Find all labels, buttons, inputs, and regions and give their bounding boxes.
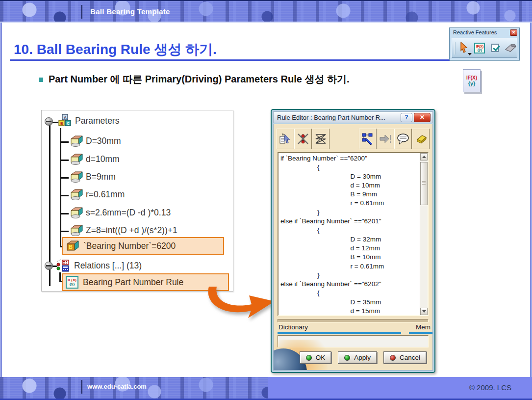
knowledge-inspector-icon[interactable] (504, 41, 517, 55)
bearing-number-icon: B (66, 240, 79, 253)
eraser-icon (414, 133, 427, 145)
title-underline (10, 59, 520, 61)
check-icon[interactable] (489, 41, 501, 55)
speech-bubble-icon (397, 133, 409, 145)
dictionary-underline (278, 332, 401, 334)
parameter-icon (69, 224, 84, 237)
tree-node-bearing-rule[interactable]: IF(X) {y} Bearing Part Number Rule (62, 273, 229, 291)
tree-node-parameter[interactable]: Z=8=int((D +d )/(s*2))+1 (69, 224, 177, 237)
footer-copyright: © 2009. LCS (469, 383, 511, 392)
cancel-ball-icon (390, 355, 396, 361)
parameter-icon (69, 153, 84, 166)
tree-node-parameter[interactable]: D=30mm (69, 134, 121, 148)
erase-icon (297, 133, 309, 145)
tree-node-label: `Bearing Number`=6200 (83, 241, 176, 251)
footer: www.edu-catia.com © 2009. LCS (0, 377, 532, 400)
tree-node-parameter[interactable]: s=2.6mm=(D -d )*0.13 (69, 206, 171, 219)
svg-text:C: C (67, 121, 70, 126)
tree-node-label: Relations [...] (13) (74, 261, 142, 271)
slide-right-edge (530, 23, 532, 377)
dialog-title: Rule Editor : Bearing Part Number R... (277, 114, 401, 121)
members-header: Mem (416, 323, 431, 331)
rule-editor-toolbar (277, 128, 430, 150)
dialog-titlebar[interactable]: Rule Editor : Bearing Part Number R... ?… (273, 111, 433, 123)
footer-site-url: www.edu-catia.com (87, 383, 147, 390)
splitter-handle[interactable] (278, 319, 429, 322)
slide-left-edge (0, 23, 2, 377)
tree-node-parameter[interactable]: r=0.61mm (69, 188, 125, 201)
ok-button[interactable]: OK (300, 351, 332, 364)
svg-text:B: B (60, 121, 63, 126)
rule-code-text[interactable]: if `Bearing Number` =="6200" { D = 30mm … (279, 153, 420, 315)
tree-node-parameter[interactable]: B=9mm (69, 170, 116, 184)
tree-node-label: r=0.61mm (86, 189, 125, 200)
page-title: 10. Ball Bearing Rule 생성 하기. (14, 40, 217, 59)
tree-node-label: Bearing Part Number Rule (83, 277, 183, 288)
parameter-icon (69, 134, 84, 148)
tree-node-label: D=30mm (86, 136, 121, 146)
reactive-features-close-button[interactable]: ✕ (510, 29, 517, 36)
ok-ball-icon (306, 355, 312, 361)
code-scrollbar[interactable] (420, 153, 428, 315)
footer-divider (81, 380, 82, 394)
parameter-icon (69, 206, 84, 219)
header-title: Ball Bearing Template (90, 7, 170, 16)
iterate-icon (314, 133, 327, 145)
help-button[interactable]: ? (401, 113, 412, 122)
bullet-text: Part Number 에 따른 Primary(Driving) Parame… (49, 73, 350, 86)
arrow-exclamation-icon (379, 133, 392, 145)
tree-node-relations[interactable]: Relations [...] (13) (56, 259, 142, 272)
select-cursor-icon[interactable] (458, 41, 471, 55)
iterate-button[interactable] (312, 129, 329, 149)
rule-icon: IF(X) {y} (66, 276, 78, 289)
insert-code-button[interactable] (277, 129, 294, 149)
tree-node-parameter[interactable]: d=10mm (69, 153, 120, 166)
rule-code-editor[interactable]: if `Bearing Number` =="6200" { D = 30mm … (278, 152, 429, 316)
erase-button[interactable] (294, 129, 312, 149)
slide: Ball Bearing Template 10. Ball Bearing R… (0, 0, 532, 400)
cancel-button[interactable]: Cancel (383, 351, 427, 364)
tree-node-parameters[interactable]: A B C Parameters (57, 113, 119, 128)
bullet-icon (39, 78, 43, 82)
dialog-buttons: OK Apply Cancel (300, 351, 427, 364)
tree-node-handle[interactable] (45, 262, 53, 270)
scroll-up-button[interactable] (420, 153, 428, 160)
tree-node-handle[interactable] (45, 117, 53, 126)
close-button[interactable]: ✕ (414, 113, 431, 122)
tree-node-label: Z=8=int((D +d )/(s*2))+1 (86, 225, 177, 236)
wizard-button[interactable] (359, 129, 377, 149)
reactive-features-toolbar: Reactive Features ✕ IF(X) {y} (449, 27, 520, 60)
toolbar-grip[interactable] (455, 42, 456, 54)
footer-pattern: www.edu-catia.com (0, 377, 268, 399)
scroll-down-button[interactable] (420, 308, 428, 315)
tree-node-label: s=2.6mm=(D -d )*0.13 (86, 208, 171, 218)
scrollbar-thumb[interactable] (420, 162, 428, 205)
reactive-features-title: Reactive Features (453, 29, 497, 35)
tree-node-label: d=10mm (86, 154, 120, 164)
parameter-icon (69, 188, 84, 201)
svg-text:A: A (64, 115, 67, 120)
eraser-button[interactable] (412, 129, 430, 149)
relations-icon (56, 259, 71, 272)
dictionary-header: Dictionary (279, 323, 308, 331)
dialog-body: if `Bearing Number` =="6200" { D = 30mm … (273, 124, 433, 371)
insert-code-icon (279, 133, 292, 145)
header-divider (81, 5, 82, 19)
rule-editor-dialog: Rule Editor : Bearing Part Number R... ?… (271, 109, 435, 373)
apply-button[interactable]: Apply (338, 351, 377, 364)
members-underline (409, 332, 433, 334)
specification-tree-panel: A B C Parameters D=30mm (41, 110, 233, 292)
tree-node-label: Parameters (75, 116, 119, 126)
parameter-icon (69, 170, 84, 184)
comment-button[interactable] (394, 129, 412, 149)
tree-node-label: B=9mm (86, 172, 116, 182)
apply-ball-icon (344, 355, 350, 361)
tree-node-bearing-number[interactable]: B `Bearing Number`=6200 (62, 237, 224, 255)
reactive-rule-icon[interactable]: IF(X) {y} (474, 41, 486, 55)
rule-command-button[interactable]: IF(X) {y} (463, 69, 481, 92)
header-band: Ball Bearing Template (0, 0, 532, 23)
apply-rule-button[interactable] (377, 129, 394, 149)
wizard-icon (361, 133, 374, 145)
reactive-features-body: IF(X) {y} (452, 38, 517, 58)
svg-text:B: B (69, 244, 73, 250)
